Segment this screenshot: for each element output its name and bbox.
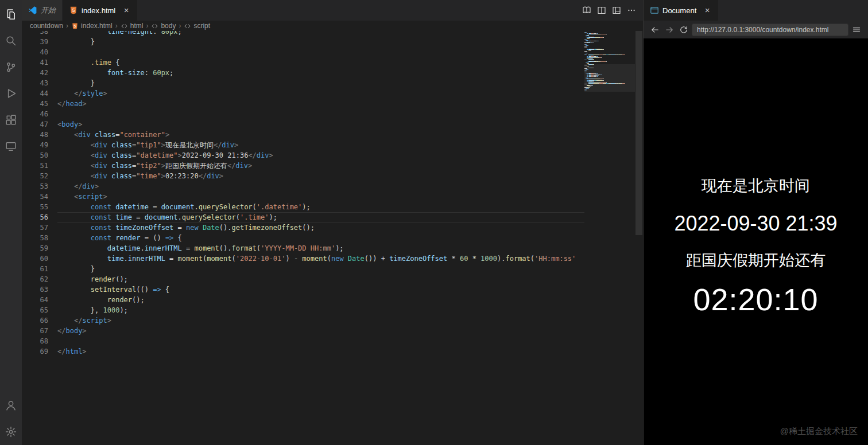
code-line-47[interactable]: 47<body> <box>22 119 584 130</box>
breadcrumb-item-countdown[interactable]: countdown <box>30 22 63 30</box>
line-number[interactable]: 56 <box>22 212 57 222</box>
line-number[interactable]: 55 <box>22 202 57 212</box>
line-number[interactable]: 51 <box>22 161 57 171</box>
line-number[interactable]: 44 <box>22 88 57 99</box>
line-number[interactable]: 41 <box>22 57 57 68</box>
code-line-54[interactable]: 54 <script> <box>22 192 584 202</box>
breadcrumb-item-script[interactable]: script <box>184 22 210 30</box>
code-line-43[interactable]: 43 } <box>22 78 584 88</box>
line-number[interactable]: 61 <box>22 264 57 274</box>
open-preview-icon[interactable] <box>582 6 591 15</box>
code-line-56[interactable]: 56 const time = document.querySelector('… <box>22 212 584 222</box>
breadcrumb-item-html[interactable]: html <box>121 22 144 30</box>
line-number[interactable]: 64 <box>22 295 57 305</box>
line-number[interactable]: 47 <box>22 119 57 130</box>
code-line-50[interactable]: 50 <div class="datetime">2022-09-30 21:3… <box>22 150 584 161</box>
close-tab-icon[interactable]: × <box>122 6 131 15</box>
code-line-38[interactable]: 38 line-height: 80px; <box>22 31 584 37</box>
minimap[interactable] <box>584 31 635 445</box>
line-number[interactable]: 65 <box>22 305 57 315</box>
back-button[interactable] <box>649 24 661 36</box>
code-line-39[interactable]: 39 } <box>22 37 584 47</box>
line-number[interactable]: 43 <box>22 78 57 88</box>
tab-index-html[interactable]: 5 index.html × <box>63 0 138 21</box>
tab-get-started[interactable]: 开始 <box>22 0 63 21</box>
refresh-button[interactable] <box>677 24 690 36</box>
line-number[interactable]: 63 <box>22 284 57 295</box>
code-line-49[interactable]: 49 <div class="tip1">现在是北京时间</div> <box>22 140 584 150</box>
code-line-62[interactable]: 62 render(); <box>22 274 584 284</box>
line-number[interactable]: 54 <box>22 192 57 202</box>
code-line-55[interactable]: 55 const datetime = document.querySelect… <box>22 202 584 212</box>
activity-bar-account-icon[interactable] <box>0 392 22 419</box>
code-line-48[interactable]: 48 <div class="container"> <box>22 130 584 140</box>
code-line-61[interactable]: 61 } <box>22 264 584 274</box>
code-line-51[interactable]: 51 <div class="tip2">距国庆假期开始还有</div> <box>22 161 584 171</box>
line-number[interactable]: 58 <box>22 233 57 243</box>
tab-document[interactable]: Document × <box>644 0 719 21</box>
code-line-69[interactable]: 69</html> <box>22 346 584 357</box>
code-line-41[interactable]: 41 .time { <box>22 57 584 68</box>
activity-bar-explorer-icon[interactable] <box>0 1 22 28</box>
url-input[interactable] <box>692 24 848 36</box>
breadcrumb-item-index-html[interactable]: 5 index.html <box>71 22 113 30</box>
activity-bar-top <box>0 1 22 159</box>
code-line-64[interactable]: 64 render(); <box>22 295 584 305</box>
editor-scrollbar[interactable] <box>635 31 643 445</box>
line-number[interactable]: 42 <box>22 68 57 78</box>
line-number[interactable]: 45 <box>22 99 57 109</box>
line-number[interactable]: 52 <box>22 171 57 181</box>
code-line-57[interactable]: 57 const timeZoneOffset = new Date().get… <box>22 222 584 233</box>
line-number[interactable]: 48 <box>22 130 57 140</box>
line-number[interactable]: 40 <box>22 47 57 57</box>
line-number[interactable]: 69 <box>22 346 57 357</box>
line-number[interactable]: 62 <box>22 274 57 284</box>
line-number[interactable]: 67 <box>22 326 57 336</box>
code-line-45[interactable]: 45</head> <box>22 99 584 109</box>
code-line-52[interactable]: 52 <div class="time">02:23:20</div> <box>22 171 584 181</box>
activity-bar-extensions-icon[interactable] <box>0 107 22 133</box>
split-editor-icon[interactable] <box>597 6 606 15</box>
code-line-44[interactable]: 44 </style> <box>22 88 584 99</box>
code-token: moment <box>207 255 231 263</box>
code-line-53[interactable]: 53 </div> <box>22 181 584 192</box>
code-line-42[interactable]: 42 font-size: 60px; <box>22 68 584 78</box>
line-number[interactable]: 49 <box>22 140 57 150</box>
line-number[interactable]: 50 <box>22 150 57 161</box>
menu-button[interactable] <box>850 24 863 36</box>
line-number[interactable]: 53 <box>22 181 57 192</box>
line-number[interactable]: 59 <box>22 243 57 253</box>
minimap-viewport[interactable] <box>584 64 635 92</box>
more-actions-icon[interactable] <box>627 6 636 15</box>
code-token: body <box>61 120 78 128</box>
line-number[interactable]: 38 <box>22 31 57 37</box>
activity-bar-settings-gear-icon[interactable] <box>0 419 22 445</box>
code-line-59[interactable]: 59 datetime.innerHTML = moment().format(… <box>22 243 584 253</box>
line-number[interactable]: 68 <box>22 336 57 346</box>
activity-bar-remote-icon[interactable] <box>0 133 22 159</box>
forward-button[interactable] <box>663 24 676 36</box>
close-tab-icon[interactable]: × <box>703 6 712 15</box>
scrollbar-thumb[interactable] <box>636 31 642 235</box>
line-number[interactable]: 46 <box>22 109 57 119</box>
line-number[interactable]: 66 <box>22 315 57 326</box>
code-line-63[interactable]: 63 setInterval(() => { <box>22 284 584 295</box>
customize-layout-icon[interactable] <box>612 6 621 15</box>
line-number[interactable]: 39 <box>22 37 57 47</box>
code-line-40[interactable]: 40 <box>22 47 584 57</box>
code-line-46[interactable]: 46 <box>22 109 584 119</box>
code-line-67[interactable]: 67</body> <box>22 326 584 336</box>
activity-bar-run-debug-icon[interactable] <box>0 80 22 107</box>
code-line-68[interactable]: 68 <box>22 336 584 346</box>
activity-bar-search-icon[interactable] <box>0 28 22 54</box>
code-text: <body> <box>57 119 584 130</box>
code-line-65[interactable]: 65 }, 1000); <box>22 305 584 315</box>
breadcrumb-item-body[interactable]: body <box>151 22 176 30</box>
line-number[interactable]: 60 <box>22 253 57 264</box>
activity-bar-source-control-icon[interactable] <box>0 54 22 80</box>
code-line-58[interactable]: 58 const render = () => { <box>22 233 584 243</box>
remote-icon <box>5 140 17 152</box>
code-line-66[interactable]: 66 </script> <box>22 315 584 326</box>
line-number[interactable]: 57 <box>22 222 57 233</box>
code-line-60[interactable]: 60 time.innerHTML = moment(moment('2022-… <box>22 253 584 264</box>
